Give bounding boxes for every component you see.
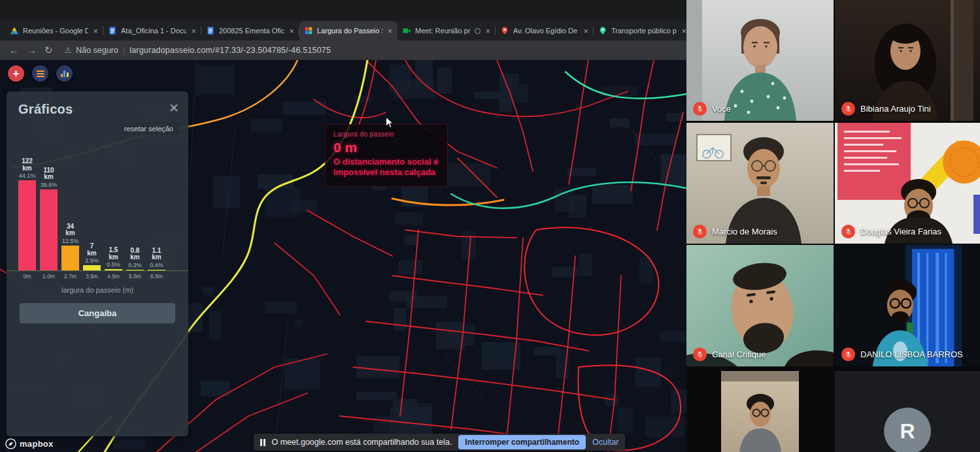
bar-value-label: 122km	[22, 158, 33, 172]
bar-column[interactable]: 1.5km0.5%	[105, 247, 122, 270]
forward-icon[interactable]: →	[27, 44, 37, 56]
avatar-letter: R	[900, 419, 915, 444]
tab-largura-passeio[interactable]: Largura do Passeio SP ×	[299, 21, 397, 40]
bar[interactable]	[105, 269, 122, 270]
mic-muted-icon	[693, 347, 707, 361]
x-tick-label: 3.5m	[83, 273, 101, 280]
pause-icon	[260, 439, 265, 446]
participant-tile-douglas[interactable]: Douglas Vieira Farias	[835, 123, 980, 244]
site-favicon	[304, 26, 313, 35]
address-bar[interactable]: ⚠ Não seguro | larguradopasseio.com/#17.…	[65, 46, 331, 55]
bar-percent-label: 39.6%	[41, 182, 58, 188]
stop-sharing-button[interactable]: Interromper compartilhamento	[458, 435, 586, 449]
participant-tile-bottom[interactable]	[721, 371, 799, 452]
bar-column[interactable]: 1.1km0.4%	[148, 248, 165, 270]
mic-muted-icon	[693, 102, 707, 116]
tab-docs-ementa[interactable]: 200825 Ementa Oficina ×	[201, 21, 299, 40]
bar[interactable]	[40, 189, 58, 270]
bar[interactable]	[18, 180, 36, 270]
tab-close-icon[interactable]: ×	[386, 27, 393, 35]
participant-tile-canal-critique[interactable]: Canal Critique	[686, 245, 834, 366]
participant-name: Canal Critique	[712, 349, 766, 359]
participant-tile-danilo[interactable]: DANILO LISBOA BARROS	[835, 245, 980, 366]
tab-title: 200825 Ementa Oficina	[219, 27, 284, 35]
tab-title: Av. Olavo Egídio De So	[513, 27, 579, 35]
bar-chart-icon	[61, 70, 69, 77]
browser-window: Reuniões - Google Driv × Ata_Oficina 1 -…	[0, 0, 686, 452]
bar-value-label: 110km	[43, 167, 54, 181]
bar-percent-label: 2.5%	[85, 257, 99, 264]
mic-muted-icon	[693, 225, 707, 238]
x-tick-label: 2.7m	[61, 273, 79, 280]
bar[interactable]	[83, 265, 101, 270]
menu-icon	[37, 71, 44, 72]
tab-close-icon[interactable]: ×	[681, 27, 686, 35]
map-canvas[interactable]: + Gráficos ✕ rese	[0, 60, 686, 452]
not-secure-icon: ⚠	[65, 46, 72, 55]
x-tick-label: 4.5m	[105, 273, 122, 280]
tab-drive[interactable]: Reuniões - Google Driv ×	[5, 21, 103, 40]
map-controls: +	[8, 65, 73, 82]
screen: Reuniões - Google Driv × Ata_Oficina 1 -…	[0, 0, 980, 452]
tab-title: Largura do Passeio SP	[317, 27, 382, 35]
tooltip-value: 0 m	[333, 140, 439, 155]
tab-close-icon[interactable]: ×	[583, 27, 589, 35]
add-layer-button[interactable]: +	[8, 65, 24, 82]
tab-close-icon[interactable]: ×	[484, 27, 491, 35]
mapbox-label: mapbox	[20, 439, 54, 449]
participant-name: Marcio de Morais	[712, 227, 777, 236]
back-icon[interactable]: ←	[9, 44, 19, 56]
participant-name: Voce	[712, 104, 731, 114]
tab-title: Transporte público pro	[611, 27, 677, 35]
bar[interactable]	[148, 270, 165, 270]
participant-tile-marcio[interactable]: Marcio de Morais	[686, 123, 834, 244]
docs-icon	[108, 26, 117, 35]
bar-percent-label: 0.3%	[128, 262, 142, 268]
mouse-cursor-icon	[384, 116, 395, 132]
x-tick-label: 0m	[18, 273, 36, 280]
mapbox-logo: mapbox	[5, 438, 54, 449]
bar-column[interactable]: 34km12.5%	[61, 223, 79, 270]
bar-column[interactable]: 122km44.1%	[18, 158, 36, 270]
tab-transporte[interactable]: Transporte público pro ×	[594, 21, 686, 40]
share-message: O meet.google.com está compartilhando su…	[272, 438, 452, 447]
participant-video	[721, 371, 799, 452]
participant-name: Douglas Vieira Farias	[860, 227, 941, 236]
participant-tile-voce[interactable]: Voce	[686, 0, 834, 121]
charts-button[interactable]	[56, 65, 73, 82]
bar-percent-label: 0.5%	[107, 261, 120, 268]
close-icon[interactable]: ✕	[169, 102, 179, 114]
charts-panel: Gráficos ✕ resetar seleção 122km44.1%110…	[7, 91, 188, 436]
tab-strip: Reuniões - Google Driv × Ata_Oficina 1 -…	[0, 21, 686, 40]
bar-column[interactable]: 110km39.6%	[40, 167, 58, 270]
tab-close-icon[interactable]: ×	[190, 27, 197, 35]
tab-maps-olavo[interactable]: Av. Olavo Egídio De So ×	[496, 21, 594, 40]
bar-column[interactable]: 7km2.5%	[83, 243, 101, 270]
security-label: Não seguro	[76, 46, 118, 55]
meet-sidebar: Voce Bibiana Araujo Tini	[686, 0, 980, 452]
reload-icon[interactable]: ↻	[44, 44, 53, 56]
tab-docs-ata[interactable]: Ata_Oficina 1 - Docum ×	[103, 21, 201, 40]
bar-chart-ticks: 0m1.0m2.7m3.5m4.5m5.5m6.5m	[7, 273, 188, 280]
x-tick-label: 1.0m	[40, 273, 58, 280]
layers-menu-button[interactable]	[32, 65, 48, 82]
reset-selection-button[interactable]: resetar seleção	[118, 122, 179, 135]
participant-name: DANILO LISBOA BARROS	[860, 349, 963, 359]
bar-value-label: 7km	[87, 243, 96, 257]
bar[interactable]	[126, 270, 144, 270]
district-button[interactable]: Cangaíba	[20, 303, 175, 323]
participant-tile-r[interactable]: R	[835, 371, 980, 452]
bar-column[interactable]: 0.8km0.3%	[126, 248, 144, 270]
tab-title: Reuniões - Google Driv	[23, 27, 88, 35]
tab-close-icon[interactable]: ×	[288, 27, 295, 35]
tab-meet[interactable]: Meet: Reunião pro ×	[397, 21, 496, 40]
window-titlebar	[0, 0, 686, 21]
tab-close-icon[interactable]: ×	[92, 27, 99, 35]
avatar: R	[884, 408, 931, 452]
hide-share-bar-link[interactable]: Ocultar	[592, 438, 618, 447]
participant-tile-bibiana[interactable]: Bibiana Araujo Tini	[835, 0, 980, 121]
bar[interactable]	[61, 246, 79, 270]
drive-icon	[10, 26, 19, 35]
mapbox-icon	[5, 438, 16, 449]
map-tooltip: Largura do passeio 0 m O distanciamento …	[325, 124, 448, 187]
